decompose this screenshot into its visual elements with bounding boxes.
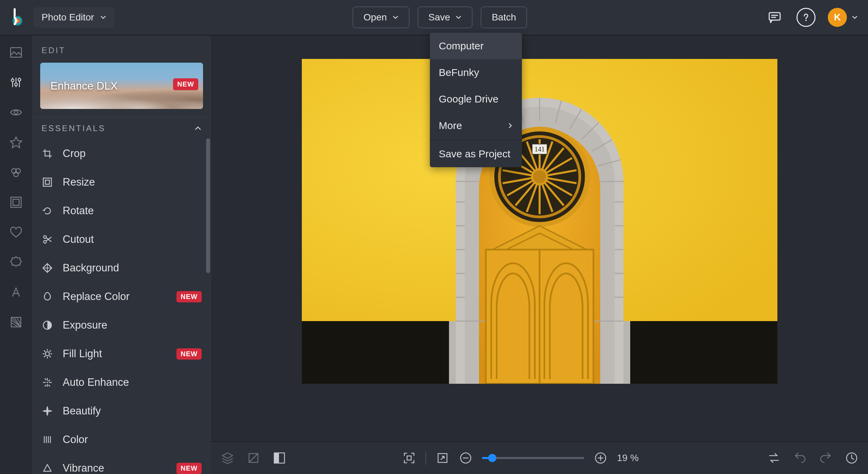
svg-rect-16 (45, 180, 49, 184)
svg-line-28 (44, 356, 45, 357)
rail-texture-icon[interactable] (9, 315, 24, 330)
tool-replace[interactable]: Replace ColorNEW (32, 282, 211, 311)
svg-point-20 (45, 352, 49, 356)
rail-heart-icon[interactable] (9, 225, 24, 240)
enhance-dlx-card[interactable]: Enhance DLX NEW (40, 63, 203, 109)
svg-rect-88 (540, 250, 593, 384)
app-switcher[interactable]: Photo Editor (33, 7, 114, 28)
undo-icon[interactable] (793, 451, 807, 465)
tool-background[interactable]: Background (32, 254, 211, 282)
tool-filllight[interactable]: Fill LightNEW (32, 339, 211, 368)
save-dd-befunky[interactable]: BeFunky (430, 59, 522, 86)
rail-eye-icon[interactable] (9, 105, 24, 120)
new-badge: NEW (173, 78, 198, 90)
save-dd-project[interactable]: Save as Project (430, 141, 522, 167)
batch-label: Batch (492, 12, 516, 23)
crop-icon (42, 148, 53, 159)
vibrance-icon (42, 462, 53, 474)
essentials-section-header[interactable]: ESSENTIALS (32, 117, 211, 139)
chevron-right-icon (508, 123, 513, 128)
beautify-icon (42, 405, 53, 417)
svg-point-3 (805, 20, 807, 21)
tool-label: Replace Color (63, 290, 167, 303)
svg-rect-91 (274, 453, 279, 463)
help-icon[interactable] (796, 8, 816, 27)
svg-rect-13 (13, 199, 19, 205)
edit-panel: EDIT Enhance DLX NEW ESSENTIALS CropResi… (32, 35, 211, 474)
tool-resize[interactable]: Resize (32, 168, 211, 196)
feedback-icon[interactable] (765, 8, 784, 27)
canvas-image: 141 (302, 59, 777, 384)
svg-point-7 (18, 78, 21, 81)
rail-sliders-icon[interactable] (9, 75, 24, 90)
exposure-icon (42, 319, 53, 331)
tool-label: Vibrance (63, 462, 167, 474)
svg-rect-87 (486, 250, 540, 384)
tool-label: Color (63, 433, 202, 446)
layers-icon[interactable] (221, 451, 234, 465)
svg-point-29 (47, 382, 48, 383)
tool-label: Beautify (63, 405, 202, 417)
save-button[interactable]: Save (418, 6, 473, 28)
tool-vibrance[interactable]: VibranceNEW (32, 454, 211, 474)
tool-exposure[interactable]: Exposure (32, 311, 211, 339)
tool-cutout[interactable]: Cutout (32, 225, 211, 254)
zoom-in-button[interactable] (594, 451, 607, 465)
open-label: Open (363, 12, 387, 23)
new-badge: NEW (176, 348, 202, 360)
panel-scrollbar[interactable] (206, 138, 210, 273)
tool-beautify[interactable]: Beautify (32, 397, 211, 425)
cutout-icon (42, 234, 53, 245)
rail-frame-icon[interactable] (9, 195, 24, 210)
tool-rail (0, 35, 32, 474)
color-icon (42, 434, 53, 445)
autoenhance-icon (42, 377, 53, 388)
rotate-icon (42, 205, 53, 217)
account-menu[interactable]: K (828, 8, 858, 27)
save-dd-computer[interactable]: Computer (430, 33, 522, 59)
tool-label: Fill Light (63, 348, 167, 360)
rail-text-icon[interactable] (9, 285, 24, 300)
panel-edit-label: EDIT (32, 35, 211, 60)
zoom-slider-knob[interactable] (488, 454, 496, 462)
save-dd-more[interactable]: More (430, 112, 522, 139)
chevron-down-icon (392, 14, 399, 20)
tool-autoenhance[interactable]: Auto Enhance (32, 368, 211, 397)
open-button[interactable]: Open (353, 6, 409, 28)
rail-star-icon[interactable] (9, 135, 24, 150)
zoom-slider[interactable] (482, 457, 584, 459)
canvas-wrap[interactable]: 141 (211, 35, 868, 441)
save-dd-gdrive[interactable]: Google Drive (430, 86, 522, 112)
crop-overlay-icon[interactable] (247, 451, 260, 465)
batch-button[interactable]: Batch (481, 6, 527, 28)
svg-rect-2 (769, 13, 780, 20)
zoom-out-button[interactable] (459, 451, 472, 465)
tool-label: Auto Enhance (63, 376, 202, 389)
compare-icon[interactable] (273, 451, 286, 465)
svg-point-5 (11, 79, 14, 82)
fit-screen-icon[interactable] (402, 451, 416, 465)
zoom-value: 19 % (617, 453, 651, 463)
canvas-stage: 141 (211, 35, 868, 474)
svg-rect-12 (11, 197, 21, 207)
history-icon[interactable] (845, 451, 858, 465)
app-name: Photo Editor (42, 12, 94, 23)
background-icon (42, 262, 53, 274)
tool-label: Cutout (63, 233, 202, 246)
essentials-label: ESSENTIALS (42, 124, 106, 133)
tool-rotate[interactable]: Rotate (32, 196, 211, 225)
redo-icon[interactable] (819, 451, 833, 465)
chevron-down-icon (852, 14, 858, 20)
tool-crop[interactable]: Crop (32, 139, 211, 168)
app-logo[interactable] (5, 5, 29, 29)
new-badge: NEW (176, 291, 202, 302)
rail-badge-icon[interactable] (9, 255, 24, 270)
tool-color[interactable]: Color (32, 425, 211, 454)
top-center-actions: Open Save Batch (114, 6, 765, 28)
rail-shapes-icon[interactable] (9, 165, 24, 180)
swap-icon[interactable] (767, 451, 781, 465)
svg-line-26 (49, 356, 51, 357)
actual-size-icon[interactable] (436, 451, 449, 465)
rail-image-icon[interactable] (9, 45, 24, 60)
svg-text:141: 141 (534, 145, 545, 153)
